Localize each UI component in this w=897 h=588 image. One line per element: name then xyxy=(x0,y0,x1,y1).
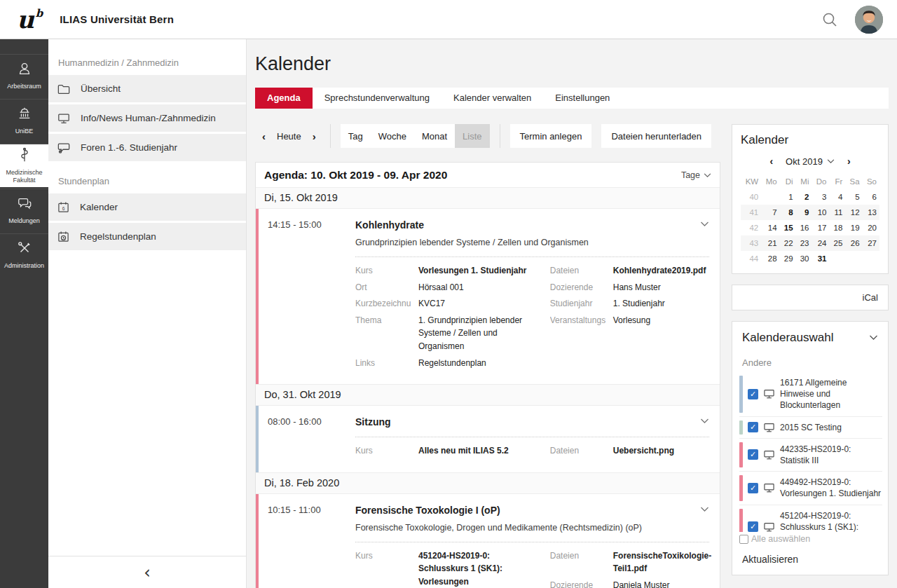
calendar-day-cell[interactable]: 10 xyxy=(812,205,829,220)
sidebar-item-regelstundenplan[interactable]: Regelstundenplan xyxy=(48,223,246,250)
calendar-day-cell[interactable]: 1 xyxy=(780,189,796,205)
calendar-day-of-week: Mi xyxy=(796,174,812,189)
calendar-day-cell[interactable]: 20 xyxy=(863,220,879,235)
calendar-day-cell[interactable]: 6 xyxy=(863,189,879,205)
tab-einstellungen[interactable]: Einstellungen xyxy=(543,88,622,109)
calendar-checkbox[interactable]: ✓ xyxy=(748,389,758,399)
mini-calendar-grid: KWMoDiMiDoFrSaSo 40123456417891011121342… xyxy=(741,174,879,266)
calendar-day-cell[interactable]: 30 xyxy=(796,251,812,266)
rail-item-meldungen[interactable]: Meldungen xyxy=(0,189,48,232)
calendar-day-cell[interactable]: 26 xyxy=(845,235,862,251)
calendar-day-cell[interactable]: 5 xyxy=(845,189,862,205)
chevron-down-icon[interactable] xyxy=(700,507,709,512)
selection-group-label: Andere xyxy=(732,349,888,372)
calendar-day-cell[interactable]: 2 xyxy=(796,189,812,205)
agenda-event[interactable]: 10:15 - 11:00Forensische Toxokologie I (… xyxy=(256,494,720,588)
agenda-title: Agenda: 10. Okt 2019 - 09. Apr 2020 xyxy=(264,169,447,182)
calendar-day-cell[interactable]: 24 xyxy=(812,235,829,251)
tab-sprechstundenverwaltung[interactable]: Sprechstundenverwaltung xyxy=(313,88,441,109)
chevron-down-icon[interactable] xyxy=(700,221,709,227)
calendar-day-of-week: Di xyxy=(780,174,796,189)
detail-value: KVC17 xyxy=(418,297,550,310)
month-selector[interactable]: Okt 2019 xyxy=(786,156,835,167)
calendar-day-cell[interactable]: 9 xyxy=(796,205,812,220)
range-selector[interactable]: Tage xyxy=(681,170,711,180)
calendar-day-cell[interactable]: 11 xyxy=(829,205,845,220)
calendar-day-cell[interactable]: 28 xyxy=(761,251,779,266)
chevron-down-icon[interactable] xyxy=(869,335,878,341)
calendar-day-cell[interactable]: 31 xyxy=(812,251,829,266)
event-details: Kurs451204-HS2019-0: Schlusskurs 1 (SK1)… xyxy=(355,542,709,588)
select-all-checkbox[interactable] xyxy=(739,535,748,544)
view-woche-button[interactable]: Woche xyxy=(371,124,414,148)
refresh-button[interactable]: Aktualisieren xyxy=(732,546,888,572)
calendar-list-item[interactable]: ✓451204-HS2019-0: Schlusskurs 1 (SK1): V… xyxy=(739,505,882,533)
calendar-day-cell[interactable]: 21 xyxy=(761,235,779,251)
calendar-list-item[interactable]: ✓449492-HS2019-0: Vorlesungen 1. Studien… xyxy=(739,472,882,505)
calendar-toolbar: ‹ Heute › Tag Woche Monat Liste Termin xyxy=(255,124,720,148)
chevron-down-icon[interactable] xyxy=(700,418,709,424)
view-tag-button[interactable]: Tag xyxy=(341,124,371,148)
sidebar-item-kalender[interactable]: 6 Kalender xyxy=(48,193,246,221)
calendar-checkbox[interactable]: ✓ xyxy=(748,422,758,432)
search-icon[interactable] xyxy=(820,10,840,29)
calendar-day-cell[interactable]: 15 xyxy=(780,220,796,235)
next-period-button[interactable]: › xyxy=(313,130,316,142)
details-column: Kurs451204-HS2019-0: Schlusskurs 1 (SK1)… xyxy=(355,549,550,588)
calendar-day-cell[interactable]: 27 xyxy=(863,235,879,251)
today-button[interactable]: Heute xyxy=(277,131,301,142)
calendar-day-cell[interactable]: 3 xyxy=(812,189,829,205)
event-subtitle: Forensische Toxokologie, Drogen und Medi… xyxy=(355,523,709,533)
user-avatar[interactable] xyxy=(855,6,883,34)
sidebar-item-uebersicht[interactable]: Übersicht xyxy=(48,75,246,102)
calendar-day-cell[interactable]: 12 xyxy=(845,205,862,220)
tab-kalender-verwalten[interactable]: Kalender verwalten xyxy=(441,88,543,109)
ical-link[interactable]: iCal xyxy=(863,292,878,303)
context-sidebar: Humanmedizin / Zahnmedizin Übersicht Inf… xyxy=(48,39,247,588)
calendar-day-cell[interactable]: 8 xyxy=(780,205,796,220)
rail-item-unibe[interactable]: UniBE xyxy=(0,99,48,142)
calendar-day-cell[interactable]: 23 xyxy=(796,235,812,251)
calendar-day-cell[interactable]: 14 xyxy=(761,220,779,235)
calendar-day-cell[interactable]: 18 xyxy=(829,220,845,235)
calendar-day-cell[interactable]: 19 xyxy=(845,220,862,235)
calendar-day-cell[interactable]: 22 xyxy=(780,235,796,251)
event-details: KursVorlesungen 1. StudienjahrOrtHörsaal… xyxy=(355,257,709,373)
calendar-color-bar xyxy=(739,442,743,467)
calendar-day-cell[interactable]: 17 xyxy=(812,220,829,235)
calendar-day-cell[interactable]: 4 xyxy=(829,189,845,205)
create-appointment-button[interactable]: Termin anlegen xyxy=(510,124,592,148)
calendar-day-cell[interactable]: 7 xyxy=(761,205,779,220)
calendar-checkbox[interactable]: ✓ xyxy=(748,449,758,460)
rail-item-administration[interactable]: Administration xyxy=(0,233,48,277)
agenda-event[interactable]: 08:00 - 16:00SitzungKursAlles neu mit IL… xyxy=(256,406,720,472)
sidebar-item-foren[interactable]: Foren 1.-6. Studienjahr xyxy=(48,134,246,161)
rail-item-arbeitsraum[interactable]: Arbeitsraum xyxy=(0,54,48,97)
calendar-day-cell[interactable]: 29 xyxy=(780,251,796,266)
calendar-checkbox[interactable]: ✓ xyxy=(748,521,758,532)
calendar-day-cell[interactable]: 13 xyxy=(863,205,879,220)
calendar-list-item[interactable]: ✓16171 Allgemeine Hinweise und Blockunte… xyxy=(739,372,882,417)
view-monat-button[interactable]: Monat xyxy=(414,124,455,148)
collapse-sidebar-button[interactable]: ‹ xyxy=(144,564,151,581)
rail-item-medizinische-fakultaet[interactable]: Medizinische Fakultät xyxy=(0,144,48,187)
agenda-event[interactable]: 14:15 - 15:00KohlenhydrateGrundprinzipie… xyxy=(256,209,720,384)
agenda-panel: Agenda: 10. Okt 2019 - 09. Apr 2020 Tage… xyxy=(255,162,720,588)
tab-agenda[interactable]: Agenda xyxy=(255,88,313,109)
calendar-day-cell[interactable]: 25 xyxy=(829,235,845,251)
calendar-day-cell[interactable]: 16 xyxy=(796,220,812,235)
event-body: KohlenhydrateGrundprinzipien lebender Sy… xyxy=(355,219,720,373)
prev-month-button[interactable]: ‹ xyxy=(769,156,773,167)
toolbar-divider xyxy=(330,124,331,148)
calendar-list-item[interactable]: ✓442335-HS2019-0: Statistik III xyxy=(739,439,882,472)
sidebar-item-info-news[interactable]: Info/News Human-/Zahnmedizin xyxy=(48,104,246,132)
view-liste-button[interactable]: Liste xyxy=(455,124,489,148)
unibe-logo[interactable]: ub xyxy=(17,8,41,32)
next-month-button[interactable]: › xyxy=(847,156,851,167)
prev-period-button[interactable]: ‹ xyxy=(262,130,266,142)
calendar-list-item[interactable]: ✓2015 SC Testing xyxy=(739,417,882,439)
calendar-checkbox[interactable]: ✓ xyxy=(748,483,758,493)
download-files-button[interactable]: Dateien herunterladen xyxy=(601,124,711,148)
detail-row: DateienKohlenhydrate2019.pdf xyxy=(550,264,709,278)
detail-value: ForensischeToxikologie-Teil1.pdf xyxy=(613,549,721,575)
